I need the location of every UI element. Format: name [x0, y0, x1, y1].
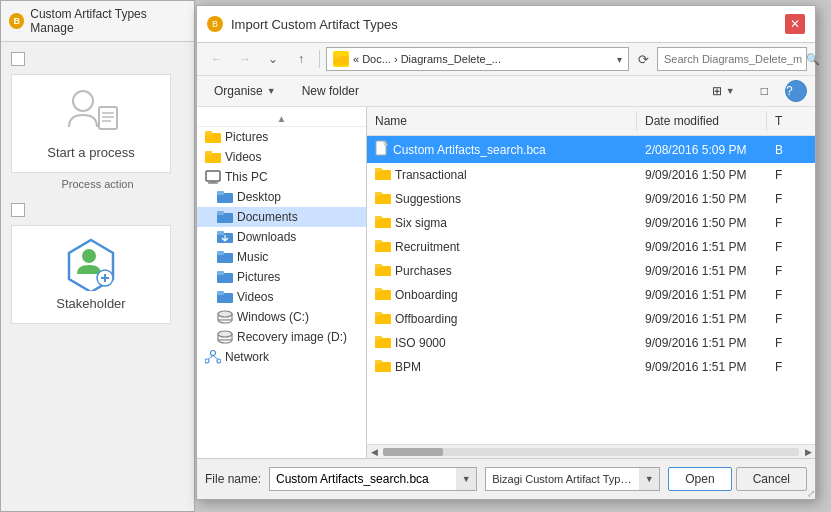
file-cell-date-search-bca: 2/08/2016 5:09 PM: [637, 141, 767, 159]
bottom-bar: File name: ▼ Bizagi Custom Artifact Type…: [197, 458, 815, 499]
filename-input-wrapper[interactable]: ▼: [269, 467, 477, 491]
help-button[interactable]: ?: [785, 80, 807, 102]
file-cell-name-sixsigma: Six sigma: [367, 213, 637, 233]
file-row-sixsigma[interactable]: Six sigma 9/09/2016 1:50 PM F: [367, 211, 815, 235]
file-row-onboarding[interactable]: Onboarding 9/09/2016 1:51 PM F: [367, 283, 815, 307]
svg-point-0: [73, 91, 93, 111]
tree-item-videos1[interactable]: Videos: [197, 147, 366, 167]
file-cell-date-transactional: 9/09/2016 1:50 PM: [637, 166, 767, 184]
tree-item-pictures2[interactable]: Pictures: [197, 267, 366, 287]
filename-dropdown-button[interactable]: ▼: [456, 468, 476, 490]
tree-label-desktop: Desktop: [237, 190, 281, 204]
breadcrumb-dropdown[interactable]: ▾: [617, 54, 622, 65]
organise-label: Organise: [214, 84, 263, 98]
svg-rect-11: [334, 54, 340, 58]
dialog-close-button[interactable]: ✕: [785, 14, 805, 34]
tree-label-thispc: This PC: [225, 170, 268, 184]
tree-item-documents[interactable]: Documents: [197, 207, 366, 227]
address-bar[interactable]: « Doc... › Diagrams_Delete_... ▾: [326, 47, 629, 71]
nav-separator: [319, 50, 320, 68]
vids2-svg: [217, 290, 233, 304]
new-folder-button[interactable]: New folder: [293, 80, 368, 102]
svg-rect-54: [375, 288, 382, 292]
bg-titlebar: B Custom Artifact Types Manage: [1, 1, 194, 42]
svg-rect-48: [375, 216, 382, 220]
tree-item-music[interactable]: Music: [197, 247, 366, 267]
resize-handle[interactable]: ⤢: [803, 487, 815, 499]
cancel-button[interactable]: Cancel: [736, 467, 807, 491]
col-header-name[interactable]: Name: [367, 111, 637, 131]
svg-rect-15: [205, 151, 212, 155]
filetype-select-wrapper[interactable]: Bizagi Custom Artifact Types ex ▼: [485, 467, 660, 491]
svg-rect-56: [375, 312, 382, 316]
process-checkbox[interactable]: [11, 52, 25, 66]
tree-label-music: Music: [237, 250, 268, 264]
view-toggle-button[interactable]: ⊞ ▼: [703, 80, 744, 102]
tree-item-downloads[interactable]: Downloads: [197, 227, 366, 247]
dialog-title-icon: B: [207, 16, 223, 32]
tree-item-thispc[interactable]: This PC: [197, 167, 366, 187]
folder-onb-svg: [375, 287, 391, 300]
tree-label-videos2: Videos: [237, 290, 273, 304]
dialog-title: Import Custom Artifact Types: [231, 17, 398, 32]
open-button[interactable]: Open: [668, 467, 731, 491]
file-row-transactional[interactable]: Transactional 9/09/2016 1:50 PM F: [367, 163, 815, 187]
search-input[interactable]: [664, 53, 802, 65]
refresh-button[interactable]: ⟳: [633, 49, 653, 69]
svg-point-36: [218, 331, 232, 337]
file-row-search-bca[interactable]: Custom Artifacts_search.bca 2/08/2016 5:…: [367, 136, 815, 163]
breadcrumb-text: « Doc... › Diagrams_Delete_...: [353, 53, 613, 65]
hscroll-left-button[interactable]: ◀: [367, 445, 381, 459]
tree-item-network[interactable]: Network: [197, 347, 366, 367]
file-row-iso9000[interactable]: ISO 9000 9/09/2016 1:51 PM F: [367, 331, 815, 355]
stakeholder-checkbox[interactable]: [11, 203, 25, 217]
svg-rect-52: [375, 264, 382, 268]
up-button[interactable]: ↑: [289, 48, 313, 70]
col-header-type[interactable]: T: [767, 111, 815, 131]
filetype-dropdown-button[interactable]: ▼: [639, 468, 659, 490]
tree-folder-icon-2: [205, 150, 221, 164]
hscroll-thumb[interactable]: [383, 448, 443, 456]
folder-icon-iso9000: [375, 335, 391, 351]
file-list-header: Name Date modified T: [367, 107, 815, 136]
hscroll-track[interactable]: [383, 448, 799, 456]
folder-special-svg: [217, 190, 233, 204]
tree-item-windowsc[interactable]: Windows (C:): [197, 307, 366, 327]
help-icon: ?: [786, 84, 793, 98]
process-card-label: Start a process: [47, 145, 134, 160]
network-icon: [205, 350, 221, 364]
filename-search-bca: Custom Artifacts_search.bca: [393, 143, 546, 157]
file-row-recruitment[interactable]: Recruitment 9/09/2016 1:51 PM F: [367, 235, 815, 259]
svg-rect-30: [217, 291, 224, 295]
folder-icon-transactional: [375, 167, 391, 183]
file-list: Name Date modified T Custom Artifacts_: [367, 107, 815, 458]
file-row-offboarding[interactable]: Offboarding 9/09/2016 1:51 PM F: [367, 307, 815, 331]
search-bar: 🔍: [657, 47, 807, 71]
tree-item-recovery[interactable]: Recovery image (D:): [197, 327, 366, 347]
horizontal-scrollbar[interactable]: ◀ ▶: [367, 444, 815, 458]
svg-rect-1: [99, 107, 117, 129]
filename-input[interactable]: [270, 472, 456, 486]
preview-button[interactable]: □: [752, 80, 777, 102]
file-row-suggestions[interactable]: Suggestions 9/09/2016 1:50 PM F: [367, 187, 815, 211]
organise-button[interactable]: Organise ▼: [205, 80, 285, 102]
file-list-body: Custom Artifacts_search.bca 2/08/2016 5:…: [367, 136, 815, 444]
folder-off-svg: [375, 311, 391, 324]
recent-button[interactable]: ⌄: [261, 48, 285, 70]
file-row-bpm[interactable]: BPM 9/09/2016 1:51 PM F: [367, 355, 815, 379]
forward-button[interactable]: →: [233, 48, 257, 70]
file-row-purchases[interactable]: Purchases 9/09/2016 1:51 PM F: [367, 259, 815, 283]
tree-item-videos2[interactable]: Videos: [197, 287, 366, 307]
folder-tree-svg2: [205, 150, 221, 164]
windowsc-icon: [217, 310, 233, 324]
tree-item-desktop[interactable]: Desktop: [197, 187, 366, 207]
filename-label: File name:: [205, 472, 261, 486]
search-icon: 🔍: [806, 53, 820, 66]
back-button[interactable]: ←: [205, 48, 229, 70]
hscroll-right-button[interactable]: ▶: [801, 445, 815, 459]
navigation-bar: ← → ⌄ ↑ « Doc... › Diagrams_Delete_... ▾…: [197, 43, 815, 76]
col-header-date[interactable]: Date modified: [637, 111, 767, 131]
tree-item-pictures1[interactable]: Pictures: [197, 127, 366, 147]
tree-label-pictures2: Pictures: [237, 270, 280, 284]
view-icon: ⊞: [712, 84, 722, 98]
